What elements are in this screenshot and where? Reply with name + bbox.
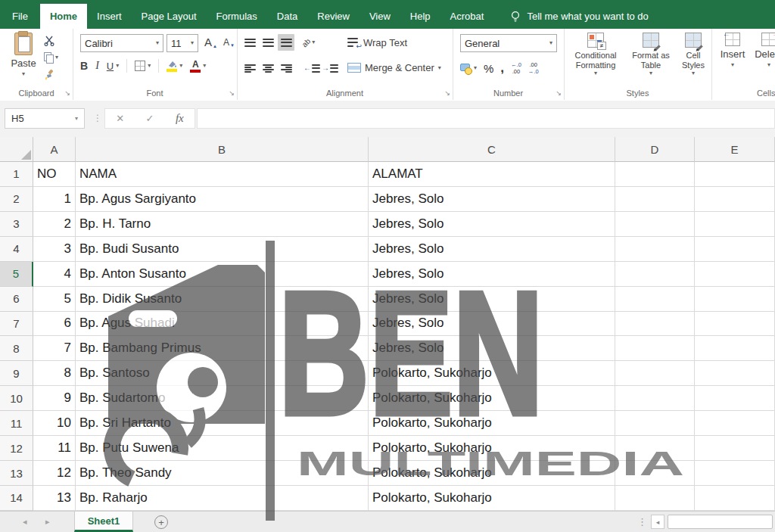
cell-B13[interactable]: Bp. Theo Sandy: [76, 461, 369, 486]
align-center-button[interactable]: [260, 60, 276, 76]
cell-E11[interactable]: [695, 411, 775, 436]
cell-D4[interactable]: [615, 237, 695, 262]
underline-button[interactable]: U: [107, 61, 114, 72]
name-box[interactable]: H5 ▾: [5, 108, 85, 129]
cell-E1[interactable]: [695, 162, 775, 187]
decrease-indent-button[interactable]: ←: [303, 64, 320, 73]
cell-A2[interactable]: 1: [33, 187, 76, 212]
row-header-4[interactable]: 4: [0, 237, 33, 262]
format-as-table-button[interactable]: Format as Table ▾: [627, 33, 674, 96]
cell-A6[interactable]: 5: [33, 287, 76, 312]
cut-button[interactable]: [44, 35, 54, 46]
column-header-E[interactable]: E: [695, 137, 775, 162]
cell-A10[interactable]: 9: [33, 386, 76, 411]
underline-caret-icon[interactable]: ▾: [116, 63, 119, 69]
cell-B7[interactable]: Bp. Agus Suhadi: [76, 312, 369, 337]
formula-input[interactable]: [197, 108, 775, 129]
tell-me-box[interactable]: Tell me what you want to do: [510, 4, 648, 29]
clipboard-dialog-launcher[interactable]: ↘: [64, 89, 70, 97]
cell-C5[interactable]: Jebres, Solo: [369, 262, 615, 287]
cell-A12[interactable]: 11: [33, 436, 76, 461]
ribbon-tab-acrobat[interactable]: Acrobat: [440, 4, 494, 29]
font-name-combo[interactable]: Calibri ▾: [80, 34, 163, 52]
cell-D13[interactable]: [615, 461, 695, 486]
row-header-14[interactable]: 14: [0, 486, 33, 511]
cell-B12[interactable]: Bp. Putu Suwena: [76, 436, 369, 461]
font-size-combo[interactable]: 11 ▾: [167, 34, 198, 52]
cell-B9[interactable]: Bp. Santoso: [76, 361, 369, 386]
row-header-8[interactable]: 8: [0, 336, 33, 361]
row-header-5[interactable]: 5: [0, 262, 33, 287]
cell-D2[interactable]: [615, 187, 695, 212]
cell-A4[interactable]: 3: [33, 237, 76, 262]
cancel-button[interactable]: ✕: [116, 113, 124, 124]
ribbon-tab-help[interactable]: Help: [400, 4, 440, 29]
ribbon-tab-data[interactable]: Data: [267, 4, 307, 29]
column-header-A[interactable]: A: [33, 137, 76, 162]
sheet-tab-sheet1[interactable]: Sheet1: [74, 512, 133, 532]
new-sheet-button[interactable]: +: [154, 515, 168, 529]
formula-bar-splitter-icon[interactable]: ⋮: [93, 113, 102, 123]
cell-C2[interactable]: Jebres, Solo: [369, 187, 615, 212]
cell-D12[interactable]: [615, 436, 695, 461]
column-header-B[interactable]: B: [76, 137, 369, 162]
cell-C8[interactable]: Jebres, Solo: [369, 336, 615, 361]
sheet-nav-left-icon[interactable]: ◂: [23, 517, 27, 527]
increase-decimal-button[interactable]: ←.0.00: [511, 61, 521, 75]
cell-D5[interactable]: [615, 262, 695, 287]
insert-cells-button[interactable]: ← Insert ▾: [717, 33, 748, 96]
cell-E3[interactable]: [695, 212, 775, 237]
cell-C12[interactable]: Polokarto, Sukoharjo: [369, 436, 615, 461]
accounting-format-button[interactable]: ▾: [460, 64, 477, 73]
ribbon-tab-formulas[interactable]: Formulas: [207, 4, 267, 29]
cell-styles-button[interactable]: Cell Styles ▾: [677, 33, 709, 96]
row-header-12[interactable]: 12: [0, 436, 33, 461]
cell-E2[interactable]: [695, 187, 775, 212]
font-dialog-launcher[interactable]: ↘: [229, 89, 235, 97]
cell-A1[interactable]: NO: [33, 162, 76, 187]
column-header-C[interactable]: C: [369, 137, 615, 162]
cell-D11[interactable]: [615, 411, 695, 436]
select-all-corner[interactable]: [0, 137, 33, 162]
row-header-11[interactable]: 11: [0, 411, 33, 436]
cell-E12[interactable]: [695, 436, 775, 461]
row-header-7[interactable]: 7: [0, 312, 33, 337]
bottom-align-button[interactable]: [278, 34, 294, 51]
cell-A14[interactable]: 13: [33, 486, 76, 511]
cell-E13[interactable]: [695, 461, 775, 486]
cell-C6[interactable]: Jebres, Solo: [369, 287, 615, 312]
insert-function-button[interactable]: fx: [176, 112, 184, 125]
cell-B6[interactable]: Bp. Didik Susanto: [76, 287, 369, 312]
middle-align-button[interactable]: [260, 34, 276, 51]
font-color-button[interactable]: A ▾: [190, 60, 206, 73]
cell-E8[interactable]: [695, 336, 775, 361]
ribbon-tab-file[interactable]: File: [0, 4, 40, 29]
number-dialog-launcher[interactable]: ↘: [556, 89, 562, 97]
cell-C14[interactable]: Polokarto, Sukoharjo: [369, 486, 615, 511]
cell-D6[interactable]: [615, 287, 695, 312]
cell-B4[interactable]: Bp. Budi Susanto: [76, 237, 369, 262]
cell-A3[interactable]: 2: [33, 212, 76, 237]
cell-C1[interactable]: ALAMAT: [369, 162, 615, 187]
cell-D10[interactable]: [615, 386, 695, 411]
row-header-1[interactable]: 1: [0, 162, 33, 187]
cell-B10[interactable]: Bp. Sudartomo: [76, 386, 369, 411]
enter-button[interactable]: ✓: [146, 113, 154, 124]
cell-D8[interactable]: [615, 336, 695, 361]
paste-button[interactable]: Paste ▾: [6, 33, 41, 95]
cell-E4[interactable]: [695, 237, 775, 262]
align-left-button[interactable]: [241, 60, 258, 76]
decrease-decimal-button[interactable]: .00→.0: [528, 61, 539, 75]
horizontal-scrollbar-thumb[interactable]: [668, 515, 773, 529]
decrease-font-size-button[interactable]: A ▼: [223, 37, 235, 48]
cell-C4[interactable]: Jebres, Solo: [369, 237, 615, 262]
copy-button[interactable]: ▾: [44, 51, 58, 63]
cell-A9[interactable]: 8: [33, 361, 76, 386]
cell-D14[interactable]: [615, 486, 695, 511]
percent-style-button[interactable]: %: [484, 62, 493, 75]
top-align-button[interactable]: [241, 34, 258, 51]
increase-font-size-button[interactable]: A ▲: [204, 36, 217, 48]
cell-B3[interactable]: Bp. H. Tarno: [76, 212, 369, 237]
cell-C3[interactable]: Jebres, Solo: [369, 212, 615, 237]
cell-B5[interactable]: Bp. Anton Susanto: [76, 262, 369, 287]
